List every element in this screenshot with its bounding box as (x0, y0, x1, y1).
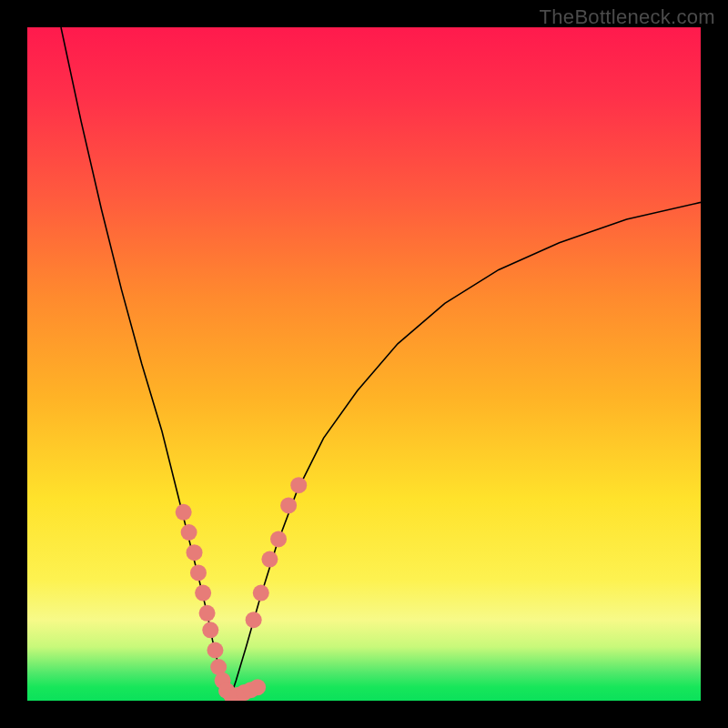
data-dot (280, 497, 297, 513)
data-dot (202, 622, 218, 638)
data-dot (199, 605, 216, 622)
data-dot (190, 564, 207, 581)
curve-right-curve (229, 202, 701, 701)
data-dot (249, 679, 266, 695)
data-dot (246, 612, 262, 628)
data-dot (290, 477, 307, 493)
data-dot (195, 585, 211, 602)
data-dot (253, 585, 269, 602)
chart-svg (27, 27, 701, 701)
data-dot (207, 642, 223, 659)
chart-container: TheBottleneck.com (0, 0, 728, 728)
data-dot (261, 551, 278, 568)
data-dot (176, 504, 192, 521)
data-dot (270, 531, 287, 547)
data-dot (187, 544, 203, 561)
watermark-text: TheBottleneck.com (540, 5, 715, 29)
plot-area (27, 27, 701, 701)
data-dot (181, 524, 197, 541)
